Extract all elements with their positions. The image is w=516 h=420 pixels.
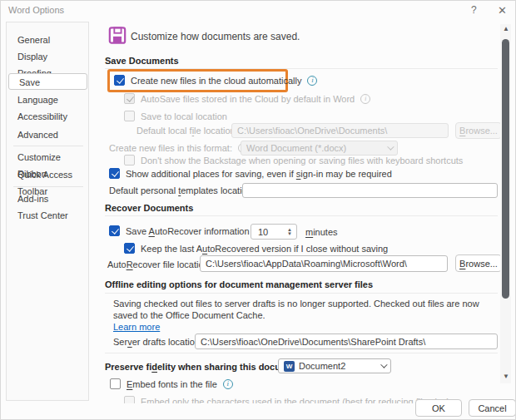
server-drafts-label: Server drafts location: bbox=[113, 337, 202, 347]
additional-places-row: Show additional places for saving, even … bbox=[109, 168, 392, 179]
templates-input[interactable] bbox=[242, 183, 498, 198]
embed-fonts-label[interactable]: Embed fonts in the file bbox=[127, 379, 217, 389]
sidebar-item-language[interactable]: Language bbox=[7, 91, 87, 108]
scrollbar-down-icon[interactable]: ▼ bbox=[503, 373, 509, 380]
word-document-icon: W bbox=[284, 361, 295, 372]
save-local-label: Save to local location bbox=[141, 111, 227, 121]
word-options-dialog: Word Options ? ✕ General Display Proofin… bbox=[0, 0, 516, 420]
sidebar-item-trust-center[interactable]: Trust Center bbox=[7, 207, 87, 224]
scrollbar-thumb[interactable] bbox=[502, 39, 509, 299]
info-icon bbox=[360, 94, 370, 104]
help-icon[interactable]: ? bbox=[471, 4, 477, 16]
autorecover-checkbox[interactable] bbox=[109, 225, 120, 236]
info-icon[interactable] bbox=[307, 76, 317, 86]
fidelity-document-value: Document2 bbox=[299, 361, 345, 371]
spinner-arrows[interactable]: ▲▼ bbox=[287, 228, 296, 236]
templates-label: Default personal templates location: bbox=[109, 185, 255, 195]
default-local-label: Default local file location: bbox=[136, 126, 238, 136]
sidebar-item-accessibility[interactable]: Accessibility bbox=[7, 108, 87, 125]
format-label: Create new files in this format: bbox=[109, 143, 232, 153]
backstage-row: Don't show the Backstage when opening or… bbox=[124, 155, 463, 166]
sidebar-divider bbox=[13, 146, 83, 146]
autosave-cloud-row: AutoSave files stored in the Cloud by de… bbox=[124, 93, 370, 104]
close-icon[interactable]: ✕ bbox=[498, 4, 507, 17]
scrollbar-up-icon[interactable]: ▲ bbox=[503, 26, 509, 32]
fidelity-heading: Preserve fidelity when sharing this docu… bbox=[105, 362, 305, 372]
spinner-down-icon[interactable]: ▼ bbox=[287, 232, 292, 236]
create-cloud-row: Create new files in the cloud automatica… bbox=[114, 75, 317, 86]
section-rule bbox=[105, 293, 498, 294]
embed-chars-label: Embed only the characters used in the do… bbox=[141, 397, 449, 404]
embed-fonts-row: Embed fonts in the file bbox=[110, 378, 233, 389]
keep-last-label[interactable]: Keep the last AutoRecovered version if I… bbox=[141, 244, 388, 254]
format-label-row: Create new files in this format: bbox=[109, 143, 248, 153]
sidebar-item-add-ins[interactable]: Add-ins bbox=[7, 190, 87, 207]
additional-places-label[interactable]: Show additional places for saving, even … bbox=[126, 169, 392, 179]
create-cloud-checkbox[interactable] bbox=[114, 75, 125, 86]
default-local-input bbox=[231, 123, 449, 138]
format-value: Word Document (*.docx) bbox=[246, 143, 346, 153]
autosave-cloud-checkbox bbox=[124, 93, 135, 104]
chevron-down-icon bbox=[387, 143, 394, 150]
ok-button[interactable]: OK bbox=[415, 399, 462, 417]
embed-chars-checkbox bbox=[124, 396, 135, 403]
sidebar-item-save[interactable]: Save bbox=[8, 73, 87, 90]
keep-last-row: Keep the last AutoRecovered version if I… bbox=[124, 243, 388, 254]
section-heading-offline-editing: Offline editing options for document man… bbox=[105, 279, 373, 289]
sidebar-item-advanced[interactable]: Advanced bbox=[7, 126, 87, 143]
section-divider bbox=[105, 353, 498, 353]
page-title: Customize how documents are saved. bbox=[131, 31, 300, 42]
chevron-down-icon bbox=[380, 361, 387, 368]
create-cloud-label[interactable]: Create new files in the cloud automatica… bbox=[131, 76, 301, 86]
sidebar-item-customize-ribbon[interactable]: Customize Ribbon bbox=[7, 149, 87, 166]
fidelity-document-dropdown[interactable]: W Document2 bbox=[278, 358, 391, 373]
info-icon[interactable] bbox=[223, 379, 233, 389]
save-local-checkbox bbox=[124, 111, 135, 121]
offline-editing-body: Saving checked out files to server draft… bbox=[113, 298, 494, 321]
keep-last-checkbox[interactable] bbox=[124, 243, 135, 254]
spinner-value[interactable]: 10 bbox=[251, 227, 287, 237]
section-rule bbox=[105, 215, 498, 216]
autorecover-row: Save AutoRecover information every bbox=[109, 225, 275, 236]
autorecover-location-label: AutoRecover file location: bbox=[107, 259, 211, 269]
cancel-button[interactable]: Cancel bbox=[469, 399, 516, 417]
options-sidebar: General Display Proofing Save Language A… bbox=[6, 22, 89, 401]
autorecover-minutes-spinner[interactable]: 10 ▲▼ bbox=[251, 224, 297, 240]
section-heading-recover-documents: Recover Documents bbox=[105, 203, 193, 213]
browse-button-autorecover[interactable]: Browse... bbox=[455, 254, 502, 272]
embed-fonts-checkbox[interactable] bbox=[110, 378, 121, 389]
backstage-label: Don't show the Backstage when opening or… bbox=[141, 156, 463, 166]
learn-more-link[interactable]: Learn more bbox=[113, 322, 160, 332]
additional-places-checkbox[interactable] bbox=[109, 168, 120, 179]
save-local-row: Save to local location bbox=[124, 111, 227, 121]
window-title: Word Options bbox=[8, 5, 64, 15]
server-drafts-input[interactable] bbox=[195, 334, 498, 349]
sidebar-item-display[interactable]: Display bbox=[7, 48, 87, 65]
backstage-checkbox bbox=[124, 155, 135, 166]
autorecover-location-input[interactable] bbox=[200, 255, 448, 272]
sidebar-divider bbox=[13, 186, 83, 187]
sidebar-item-quick-access-toolbar[interactable]: Quick Access Toolbar bbox=[7, 166, 87, 183]
section-heading-save-documents: Save Documents bbox=[105, 56, 179, 66]
format-dropdown: Word Document (*.docx) bbox=[241, 141, 398, 156]
sidebar-item-general[interactable]: General bbox=[7, 32, 87, 48]
floppy-disk-icon bbox=[108, 26, 127, 47]
autosave-cloud-label: AutoSave files stored in the Cloud by de… bbox=[141, 94, 355, 104]
browse-button-default-local: Browse... bbox=[455, 122, 502, 139]
minutes-label: minutes bbox=[305, 227, 338, 237]
